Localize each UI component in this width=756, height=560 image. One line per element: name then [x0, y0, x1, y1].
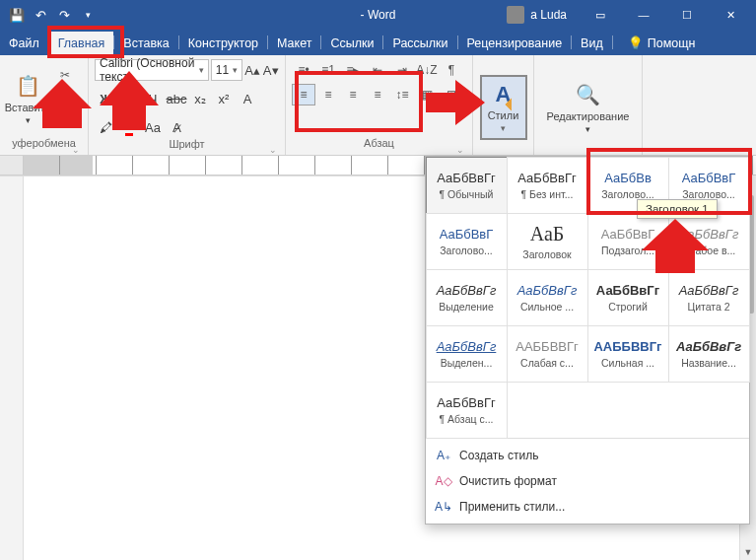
shading-icon[interactable]: ▦ [415, 84, 439, 105]
paste-button[interactable]: 📋 Вставить ▾ [6, 59, 49, 137]
user-account[interactable]: a Luda [507, 6, 567, 24]
style-item[interactable]: АаБбВвГгСильное ... [507, 269, 588, 326]
style-item[interactable]: АаБбВвГгНазвание... [668, 325, 750, 383]
window-title: - Word [361, 8, 396, 22]
style-item[interactable]: АаБбВвГг¶ Абзац с... [426, 382, 508, 439]
cut-icon[interactable]: ✂ [55, 65, 75, 85]
tab-home[interactable]: Главная [49, 32, 114, 55]
subscript-button[interactable]: x₂ [189, 88, 211, 109]
style-item[interactable]: АаБбВвГгСлабое в... [668, 213, 750, 270]
style-item[interactable]: АаБбВвГг¶ Обычный [426, 157, 508, 214]
qat-dropdown-icon[interactable]: ▾ [77, 4, 99, 26]
align-center-icon[interactable]: ≡ [316, 84, 340, 105]
highlight-icon[interactable]: 🖍 [95, 116, 116, 138]
group-font: Calibri (Основной текст▾ 11▾ A▴ A▾ Ж К Ч… [89, 55, 286, 155]
justify-icon[interactable]: ≡ [366, 84, 389, 105]
tab-mailings[interactable]: Рассылки [383, 32, 456, 55]
avatar-icon [507, 6, 524, 24]
tab-design[interactable]: Конструктор [179, 32, 267, 55]
show-marks-icon[interactable]: ¶ [440, 59, 463, 81]
style-preview: ААББВВГг [515, 339, 579, 354]
clipboard-group-label: уферобмена [6, 137, 82, 155]
font-color-icon[interactable]: A [118, 116, 140, 138]
italic-button[interactable]: К [118, 88, 140, 109]
paste-label: Вставить [5, 102, 51, 113]
style-preview: ААББВВГг [593, 339, 661, 354]
font-size-combo[interactable]: 11▾ [211, 59, 242, 81]
style-item[interactable]: АаБбВвГгВыделен... [426, 325, 508, 383]
shrink-font-icon[interactable]: A▾ [262, 59, 279, 81]
style-item[interactable]: АаБбВвГгСтрогий [587, 269, 669, 326]
minimize-button[interactable]: — [624, 0, 663, 30]
user-name: a Luda [530, 8, 567, 22]
superscript-button[interactable]: x² [213, 88, 235, 109]
paragraph-group-label: Абзац [292, 137, 466, 155]
style-item[interactable]: ААББВВГгСильная ... [587, 325, 669, 383]
font-name-combo[interactable]: Calibri (Основной текст▾ [95, 59, 209, 81]
save-icon[interactable]: 💾 [6, 4, 28, 26]
style-item[interactable]: АаБбВвГгЦитата 2 [668, 269, 750, 326]
copy-icon[interactable]: ⎘ [55, 89, 75, 108]
group-styles: A Стили ▾ [473, 55, 534, 155]
indent-icon[interactable]: ⇥ [390, 59, 414, 81]
style-name: Заголово... [590, 188, 666, 200]
editing-button[interactable]: 🔍 Редактирование ▾ [540, 81, 636, 134]
tab-insert[interactable]: Вставка [114, 32, 177, 55]
format-painter-icon[interactable]: 🖌 [55, 112, 75, 132]
line-spacing-icon[interactable]: ↕≡ [390, 84, 414, 105]
text-effects-icon[interactable]: A [237, 88, 258, 109]
align-right-icon[interactable]: ≡ [341, 84, 365, 105]
clear-format-icon[interactable]: A̷ [166, 116, 187, 138]
underline-button[interactable]: Ч [142, 88, 164, 109]
bullets-icon[interactable]: ≡• [292, 59, 315, 81]
style-preview: АаБ [530, 223, 565, 245]
style-item[interactable]: АаБЗаголовок [507, 213, 588, 270]
multilevel-icon[interactable]: ≡▸ [341, 59, 365, 81]
style-preview: АаБбВвГг [437, 171, 495, 185]
redo-icon[interactable]: ↷ [53, 4, 75, 26]
style-preview: АаБбВвГг [596, 283, 659, 298]
find-icon: 🔍 [575, 81, 602, 108]
sort-icon[interactable]: A↓Z [415, 59, 439, 81]
vertical-ruler[interactable] [0, 176, 24, 560]
group-clipboard: 📋 Вставить ▾ ✂ ⎘ 🖌 уферобмена [0, 55, 89, 155]
style-preview: АаБбВвГг [517, 171, 576, 185]
create-style-item[interactable]: A₊ Создать стиль [426, 443, 749, 468]
group-paragraph: ≡• ≡1 ≡▸ ⇤ ⇥ A↓Z ¶ ≡ ≡ ≡ ≡ ↕≡ ▦ ⊞ Абзац [286, 55, 473, 155]
strike-button[interactable]: abc [166, 88, 187, 109]
bold-button[interactable]: Ж [95, 88, 116, 109]
outdent-icon[interactable]: ⇤ [366, 59, 389, 81]
tab-review[interactable]: Рецензирование [458, 32, 572, 55]
style-preview: АаБбВвГ [682, 171, 736, 185]
style-item[interactable]: АаБбВвГЗаголово... [426, 213, 508, 270]
close-button[interactable]: ✕ [711, 0, 750, 30]
style-item[interactable]: АаБбВвГгВыделение [426, 269, 508, 326]
style-preview: АаБбВвГг [437, 395, 495, 410]
tab-help[interactable]: 💡Помощн [619, 31, 705, 55]
style-name: Цитата 2 [671, 301, 747, 313]
tab-view[interactable]: Вид [572, 32, 612, 55]
styles-button[interactable]: A Стили ▾ [480, 75, 527, 140]
styles-button-label: Стили [488, 109, 519, 121]
tab-layout[interactable]: Макет [268, 32, 320, 55]
undo-icon[interactable]: ↶ [30, 4, 51, 26]
create-style-icon: A₊ [436, 448, 451, 463]
titlebar: 💾 ↶ ↷ ▾ - Word a Luda ▭ — ☐ ✕ [0, 0, 756, 30]
style-item[interactable]: АаБбВвГПодзагол... [587, 213, 669, 270]
ribbon-options-icon[interactable]: ▭ [581, 0, 620, 30]
scroll-down-icon[interactable]: ▼ [740, 543, 756, 560]
tab-references[interactable]: Ссылки [321, 32, 382, 55]
borders-icon[interactable]: ⊞ [440, 84, 463, 105]
style-preview: АаБбВв [604, 171, 652, 185]
grow-font-icon[interactable]: A▴ [244, 59, 261, 81]
apply-styles-item[interactable]: A↳ Применить стили... [426, 494, 749, 520]
tab-file[interactable]: Файл [0, 32, 48, 55]
numbering-icon[interactable]: ≡1 [316, 59, 340, 81]
align-left-icon[interactable]: ≡ [292, 84, 315, 105]
style-name: Выделение [429, 301, 505, 313]
maximize-button[interactable]: ☐ [667, 0, 707, 30]
style-item[interactable]: ААББВВГгСлабая с... [507, 325, 588, 383]
change-case-icon[interactable]: Aa [142, 116, 164, 138]
clear-format-item[interactable]: A◇ Очистить формат [426, 468, 749, 494]
style-item[interactable]: АаБбВвГг¶ Без инт... [507, 157, 588, 214]
